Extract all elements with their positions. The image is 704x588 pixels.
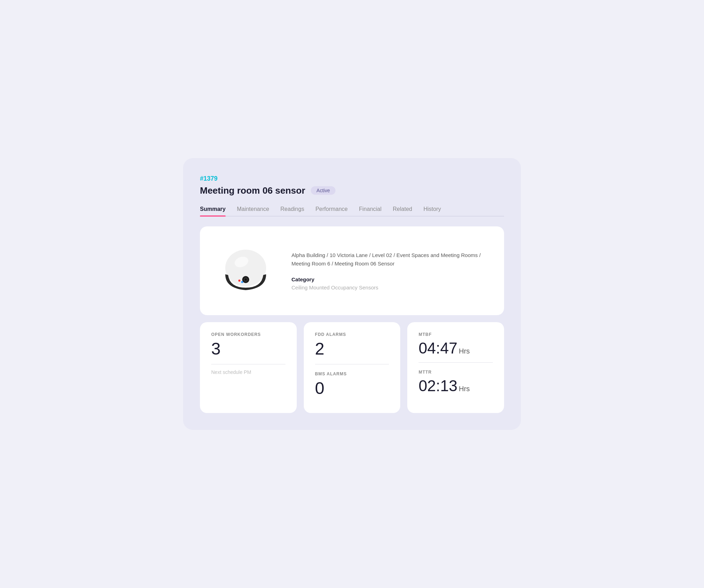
tab-performance[interactable]: Performance — [315, 206, 348, 216]
mttr-block: MTTR 02:13Hrs — [419, 370, 493, 394]
open-workorders-card: OPEN WORKORDERS 3 Next schedule PM — [200, 322, 297, 413]
tab-related[interactable]: Related — [393, 206, 412, 216]
open-workorders-sub: Next schedule PM — [211, 369, 285, 375]
alarms-card: FDD ALARMS 2 BMS ALARMS 0 — [304, 322, 401, 413]
page-title: Meeting room 06 sensor — [200, 185, 305, 196]
tab-financial[interactable]: Financial — [359, 206, 382, 216]
device-info-card: Alpha Building / 10 Victoria Lane / Leve… — [200, 226, 504, 315]
tab-nav: Summary Maintenance Readings Performance… — [200, 206, 504, 217]
mtbf-mttr-card: MTBF 04:47Hrs MTTR 02:13Hrs — [407, 322, 504, 413]
mttr-value: 02:13Hrs — [419, 377, 493, 394]
category-value: Ceiling Mounted Occupancy Sensors — [291, 284, 490, 290]
device-image — [214, 239, 277, 302]
title-row: Meeting room 06 sensor Active — [200, 185, 504, 196]
fdd-alarms-value: 2 — [315, 340, 389, 358]
status-badge: Active — [311, 186, 335, 195]
record-id: #1379 — [200, 175, 504, 182]
tab-readings[interactable]: Readings — [281, 206, 304, 216]
svg-point-5 — [238, 280, 240, 282]
mtbf-block: MTBF 04:47Hrs — [419, 332, 493, 363]
svg-point-4 — [245, 279, 247, 281]
category-label: Category — [291, 276, 490, 282]
bms-alarms-block: BMS ALARMS 0 — [315, 371, 389, 398]
breadcrumb-path: Alpha Building / 10 Victoria Lane / Leve… — [291, 251, 490, 268]
stats-row: OPEN WORKORDERS 3 Next schedule PM FDD A… — [200, 322, 504, 413]
svg-point-6 — [241, 281, 243, 283]
open-workorders-label: OPEN WORKORDERS — [211, 332, 285, 337]
bms-alarms-label: BMS ALARMS — [315, 371, 389, 376]
tab-summary[interactable]: Summary — [200, 206, 226, 216]
tab-maintenance[interactable]: Maintenance — [237, 206, 269, 216]
bms-alarms-value: 0 — [315, 379, 389, 398]
tab-history[interactable]: History — [423, 206, 441, 216]
fdd-alarms-label: FDD ALARMS — [315, 332, 389, 337]
fdd-alarms-block: FDD ALARMS 2 — [315, 332, 389, 364]
mtbf-label: MTBF — [419, 332, 493, 337]
main-card: #1379 Meeting room 06 sensor Active Summ… — [183, 158, 521, 430]
mtbf-value: 04:47Hrs — [419, 340, 493, 357]
device-details: Alpha Building / 10 Victoria Lane / Leve… — [291, 251, 490, 290]
open-workorders-value: 3 — [211, 340, 285, 358]
mttr-label: MTTR — [419, 370, 493, 375]
